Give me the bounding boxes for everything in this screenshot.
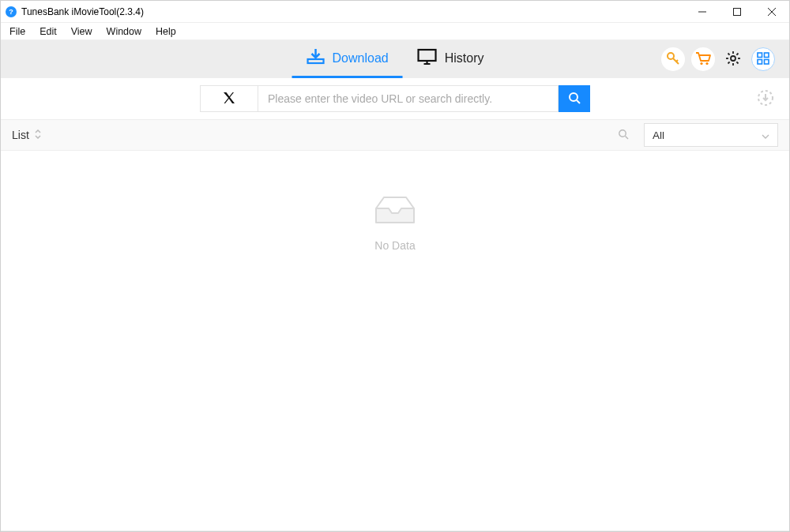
divider xyxy=(1,530,789,531)
chevron-down-icon xyxy=(762,129,769,141)
filter-value: All xyxy=(653,129,664,141)
svg-point-31 xyxy=(619,129,626,136)
content-body: No Data xyxy=(1,151,789,530)
minimize-button[interactable] xyxy=(685,1,720,23)
svg-point-13 xyxy=(705,62,708,64)
svg-line-20 xyxy=(736,62,738,63)
cart-icon xyxy=(695,51,711,68)
svg-rect-1 xyxy=(734,8,741,15)
settings-button[interactable] xyxy=(721,47,745,71)
menu-view[interactable]: View xyxy=(64,24,100,39)
search-icon xyxy=(618,129,629,142)
menu-window[interactable]: Window xyxy=(100,24,149,39)
list-header: List All xyxy=(1,119,789,151)
svg-line-11 xyxy=(676,60,678,62)
x-logo-icon xyxy=(223,92,235,107)
window-titlebar: ? TunesBank iMovieTool(2.3.4) xyxy=(1,1,789,23)
key-button[interactable] xyxy=(661,47,685,71)
svg-point-9 xyxy=(668,53,674,59)
svg-point-12 xyxy=(700,62,702,64)
gear-icon xyxy=(725,51,741,69)
filter-select[interactable]: All xyxy=(644,123,778,147)
download-status-button[interactable] xyxy=(756,89,775,108)
empty-state: No Data xyxy=(373,194,417,252)
titlebar-left: ? TunesBank iMovieTool(2.3.4) xyxy=(6,6,144,17)
key-icon xyxy=(666,51,680,68)
svg-point-14 xyxy=(731,56,735,61)
app-icon: ? xyxy=(6,6,17,17)
search-area xyxy=(1,78,789,119)
svg-rect-6 xyxy=(419,50,436,61)
close-button[interactable] xyxy=(754,1,789,23)
menubar: File Edit View Window Help xyxy=(1,23,789,40)
search-icon xyxy=(568,92,581,107)
svg-line-28 xyxy=(577,100,580,103)
svg-rect-26 xyxy=(765,59,769,64)
window-controls xyxy=(685,1,789,23)
svg-line-22 xyxy=(728,62,730,63)
list-sort-toggle[interactable]: List xyxy=(12,129,42,141)
svg-point-27 xyxy=(570,93,577,101)
grid-icon xyxy=(757,52,769,67)
empty-text: No Data xyxy=(374,239,415,252)
tabbar: Download History xyxy=(1,40,789,78)
window-title: TunesBank iMovieTool(2.3.4) xyxy=(21,6,144,17)
search-input[interactable] xyxy=(258,85,559,112)
svg-rect-25 xyxy=(758,59,762,64)
tab-history-label: History xyxy=(445,51,484,66)
apps-button[interactable] xyxy=(751,47,775,71)
source-selector[interactable] xyxy=(200,85,258,112)
tab-history[interactable]: History xyxy=(403,40,498,78)
download-icon xyxy=(307,48,325,69)
svg-line-21 xyxy=(736,53,738,54)
search-group xyxy=(200,85,590,112)
tabbar-center: Download History xyxy=(292,40,498,78)
svg-line-19 xyxy=(728,53,730,54)
sort-icon xyxy=(34,129,42,141)
svg-rect-23 xyxy=(758,53,762,58)
tab-download-label: Download xyxy=(333,51,389,66)
svg-line-32 xyxy=(626,136,629,139)
tabbar-right xyxy=(661,47,789,71)
download-progress-icon xyxy=(757,89,774,109)
list-label-text: List xyxy=(12,129,29,141)
tab-download[interactable]: Download xyxy=(292,40,403,78)
svg-rect-24 xyxy=(765,53,769,58)
cart-button[interactable] xyxy=(691,47,715,71)
menu-file[interactable]: File xyxy=(2,24,32,39)
list-search-button[interactable] xyxy=(617,129,630,141)
maximize-button[interactable] xyxy=(720,1,754,23)
menu-help[interactable]: Help xyxy=(149,24,183,39)
search-button[interactable] xyxy=(559,85,590,112)
menu-edit[interactable]: Edit xyxy=(32,24,64,39)
list-header-right: All xyxy=(617,123,778,147)
svg-rect-4 xyxy=(308,59,324,63)
monitor-icon xyxy=(417,48,438,69)
inbox-icon xyxy=(373,194,417,228)
